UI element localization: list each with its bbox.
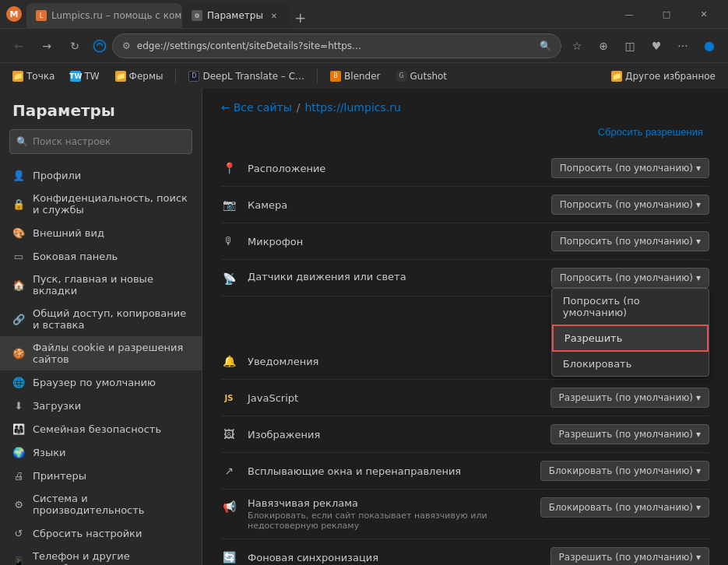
tab-label-lumpics: Lumpics.ru – помощь с компьют… (51, 10, 182, 21)
perm-select-camera[interactable]: Попросить (по умолчанию) ▾ (551, 195, 709, 215)
perm-select-location[interactable]: Попросить (по умолчанию) ▾ (551, 158, 709, 178)
cookies-icon: 🍪 (12, 347, 25, 360)
sidebar-item-default-browser[interactable]: 🌐 Браузер по умолчанию (0, 370, 202, 394)
breadcrumb-link[interactable]: Все сайты (234, 101, 292, 114)
bookmark-fermy[interactable]: 📁 Фермы (109, 68, 170, 85)
more-button[interactable]: ··· (670, 33, 695, 58)
perm-select-motion[interactable]: Попросить (по умолчанию) ▾ (551, 268, 709, 288)
permission-row-javascript: JS JavaScript Разрешить (по умолчанию) ▾ (221, 380, 709, 416)
perm-name-images: Изображения (248, 429, 550, 440)
sidebar-item-family[interactable]: 👨‍👩‍👧 Семейная безопасность (0, 417, 202, 440)
sidebar-item-printers[interactable]: 🖨 Принтеры (0, 464, 202, 487)
address-text: edge://settings/content/siteDetails?site… (137, 40, 533, 51)
back-button[interactable]: ← (6, 33, 31, 58)
dropdown-option-block[interactable]: Блокировать (552, 352, 709, 376)
perm-value-sync: Разрешить (по умолчанию) (559, 552, 693, 563)
ads-icon: 📢 (221, 499, 237, 514)
sidebar-item-languages[interactable]: 🌍 Языки (0, 440, 202, 464)
new-tab-button[interactable]: + (290, 6, 311, 28)
bookmark-icon-tochka: 📁 (12, 71, 23, 82)
tab-lumpics[interactable]: L Lumpics.ru – помощь с компьют… ✕ (26, 3, 182, 28)
bookmark-other[interactable]: 📁 Другое избранное (605, 68, 722, 85)
split-view-icon[interactable]: ◫ (617, 33, 642, 58)
sidebar-item-cookies[interactable]: 🍪 Файлы cookie и разрешения сайтов (0, 336, 202, 370)
permission-row-sync: 🔄 Фоновая синхронизация Разрешить (по ум… (221, 539, 709, 565)
sidebar-label-sidebar: Боковая панель (33, 251, 118, 262)
perm-select-javascript[interactable]: Разрешить (по умолчанию) ▾ (550, 388, 709, 408)
sidebar-label-cookies: Файлы cookie и разрешения сайтов (33, 342, 189, 365)
sidebar-item-system[interactable]: ⚙ Система и производительность (0, 487, 202, 521)
bookmark-blender[interactable]: B Blender (324, 68, 387, 85)
favorites-icon[interactable]: ☆ (564, 33, 589, 58)
search-placeholder: Поиск настроек (33, 136, 111, 147)
lock-icon: ⚙ (122, 40, 131, 51)
sidebar-icon: ▭ (12, 250, 25, 262)
edge-profile-icon[interactable]: ● (697, 33, 722, 58)
maximize-button[interactable]: □ (649, 0, 684, 28)
perm-name-notifications: Уведомления (248, 356, 551, 367)
privacy-icon: 🔒 (12, 198, 25, 210)
sidebar-item-privacy[interactable]: 🔒 Конфиденциальность, поиск и службы (0, 187, 202, 221)
bookmark-icon-fermy: 📁 (115, 71, 126, 82)
search-icon: 🔍 (16, 136, 28, 147)
close-button[interactable]: ✕ (686, 0, 722, 28)
sharing-icon: 🔗 (12, 313, 25, 325)
sidebar-item-sharing[interactable]: 🔗 Общий доступ, копирование и вставка (0, 302, 202, 336)
collections-icon[interactable]: ⊕ (591, 33, 616, 58)
sidebar-item-phone[interactable]: 📱 Телефон и другие устройства (0, 545, 202, 565)
javascript-icon: JS (221, 390, 237, 405)
sidebar-item-appearance[interactable]: 🎨 Внешний вид (0, 221, 202, 244)
perm-select-sync[interactable]: Разрешить (по умолчанию) ▾ (550, 547, 709, 565)
favorites-heart-icon[interactable]: ♥ (644, 33, 669, 58)
address-bar[interactable]: ⚙ edge://settings/content/siteDetails?si… (112, 33, 561, 58)
sidebar-item-reset[interactable]: ↺ Сбросить настройки (0, 521, 202, 545)
breadcrumb-back-button[interactable]: ← Все сайты (221, 101, 292, 114)
bookmark-label-fermy: Фермы (129, 71, 164, 82)
perm-value-location: Попросить (по умолчанию) (560, 163, 693, 174)
chevron-down-icon: ▾ (696, 236, 701, 247)
breadcrumb: ← Все сайты / https://lumpics.ru (202, 89, 728, 123)
sidebar-search[interactable]: 🔍 Поиск настроек (9, 129, 192, 154)
system-icon: ⚙ (12, 498, 25, 511)
reset-permissions-button[interactable]: Сбросить разрешения (592, 123, 709, 141)
dropdown-option-allow[interactable]: Разрешить (552, 325, 709, 352)
perm-value-javascript: Разрешить (по умолчанию) (559, 392, 693, 403)
perm-select-images[interactable]: Разрешить (по умолчанию) ▾ (550, 424, 709, 444)
perm-select-microphone[interactable]: Попросить (по умолчанию) ▾ (551, 231, 709, 251)
refresh-button[interactable]: ↻ (62, 33, 87, 58)
sidebar-title: Параметры (0, 101, 202, 129)
tab-favicon-settings: ⚙ (192, 10, 202, 21)
permission-row-ads: 📢 Навязчивая реклама Блокировать, если с… (221, 490, 709, 539)
back-arrow-icon: ← (221, 101, 230, 114)
bookmark-deepl[interactable]: D DeepL Translate – С… (182, 68, 311, 85)
location-icon: 📍 (221, 160, 237, 176)
permission-row-popups: ↗ Всплывающие окна и перенаправления Бло… (221, 453, 709, 490)
perm-dropdown-menu-motion: Попросить (по умолчанию) Разрешить Блоки… (551, 288, 709, 377)
window-controls: — □ ✕ (611, 0, 722, 28)
perm-label-ads: Навязчивая реклама (248, 497, 540, 509)
sidebar-label-profiles: Профили (33, 170, 81, 181)
sidebar-item-start[interactable]: 🏠 Пуск, главная и новые вкладки (0, 268, 202, 302)
dropdown-option-ask[interactable]: Попросить (по умолчанию) (552, 289, 709, 325)
bookmark-tochka[interactable]: 📁 Точка (6, 68, 61, 85)
bookmark-tw[interactable]: TW TW (64, 68, 105, 85)
forward-button[interactable]: → (34, 33, 59, 58)
bookmark-separator2 (317, 69, 318, 83)
chevron-down-icon: ▾ (696, 163, 701, 174)
chevron-down-icon: ▾ (696, 272, 701, 283)
notifications-icon: 🔔 (221, 353, 237, 369)
tab-settings[interactable]: ⚙ Параметры ✕ (182, 3, 290, 28)
perm-value-motion: Попросить (по умолчанию) (560, 272, 693, 283)
tab-close-settings[interactable]: ✕ (268, 9, 280, 22)
minimize-button[interactable]: — (611, 0, 647, 28)
sidebar-item-sidebar[interactable]: ▭ Боковая панель (0, 244, 202, 268)
permission-row-camera: 📷 Камера Попросить (по умолчанию) ▾ (221, 187, 709, 223)
edge-logo (90, 37, 109, 55)
perm-select-popups[interactable]: Блокировать (по умолчанию) ▾ (540, 461, 709, 481)
sidebar-item-profiles[interactable]: 👤 Профили (0, 163, 202, 187)
perm-select-ads[interactable]: Блокировать (по умолчанию) ▾ (540, 497, 709, 518)
sidebar-label-downloads: Загрузки (33, 400, 81, 412)
sidebar-item-downloads[interactable]: ⬇ Загрузки (0, 394, 202, 417)
sidebar-label-sharing: Общий доступ, копирование и вставка (33, 307, 189, 331)
bookmark-gutshot[interactable]: G Gutshot (390, 68, 454, 85)
